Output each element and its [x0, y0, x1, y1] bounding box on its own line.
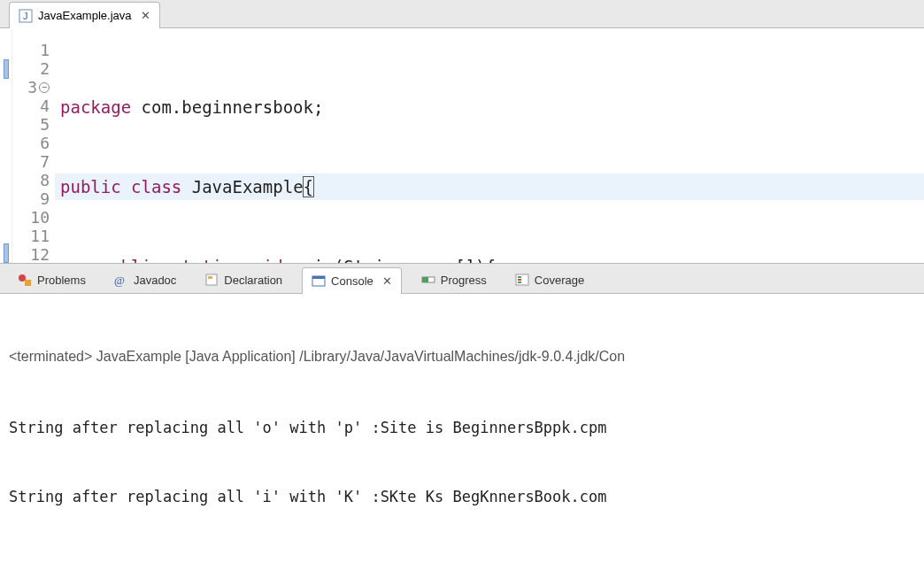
console-icon: [312, 274, 326, 289]
tab-label: Declaration: [224, 274, 282, 287]
caret-bracket: {: [304, 177, 313, 197]
svg-text:@: @: [114, 274, 125, 287]
java-file-icon: J: [19, 9, 33, 23]
tab-label: Console: [331, 274, 373, 288]
tab-label: Coverage: [535, 274, 584, 287]
tab-problems[interactable]: Problems: [9, 266, 95, 293]
code-line: public static void main(String args[]){: [55, 253, 924, 263]
line-number: 2: [40, 59, 50, 78]
code-text-area[interactable]: package com.beginnersbook; public class …: [55, 28, 924, 263]
file-tab-javaexample[interactable]: J JavaExample.java ✕: [9, 2, 160, 28]
occurrence-marker-icon: [4, 243, 9, 263]
file-tab-label: JavaExample.java: [38, 9, 132, 22]
code-line: package com.beginnersbook;: [55, 94, 924, 120]
tab-label: Javadoc: [134, 274, 176, 287]
tab-javadoc[interactable]: @ Javadoc: [105, 266, 185, 293]
code-line: public class JavaExample{: [55, 174, 924, 200]
console-output[interactable]: <terminated> JavaExample [Java Applicati…: [0, 294, 924, 563]
occurrence-marker-icon: [4, 59, 9, 79]
progress-icon: [421, 273, 435, 287]
tab-coverage[interactable]: Coverage: [506, 266, 593, 293]
line-number-gutter: 1 2 3− 4 5 6 7 8 9 10 11 12: [12, 28, 55, 263]
bottom-panel: Problems @ Javadoc Declaration Console ✕…: [0, 263, 924, 563]
line-number: 9: [40, 189, 50, 208]
bottom-tab-bar: Problems @ Javadoc Declaration Console ✕…: [0, 264, 924, 294]
tab-label: Progress: [441, 274, 487, 287]
line-number: 11: [30, 227, 50, 245]
problems-icon: [18, 273, 32, 287]
tab-console[interactable]: Console ✕: [302, 267, 402, 294]
svg-rect-12: [518, 276, 521, 278]
line-number: 7: [40, 152, 50, 171]
close-icon[interactable]: ✕: [141, 9, 150, 22]
line-number: 5: [40, 115, 50, 134]
coverage-icon: [515, 273, 529, 287]
line-number: 10: [30, 208, 50, 227]
close-icon[interactable]: ✕: [382, 274, 392, 288]
svg-point-2: [19, 274, 26, 282]
line-number: 1: [40, 41, 50, 59]
line-number: 4: [40, 96, 50, 115]
fold-toggle-icon[interactable]: −: [39, 82, 50, 93]
line-number: 12: [30, 245, 50, 263]
svg-rect-8: [312, 276, 325, 279]
line-number: 6: [40, 134, 50, 152]
svg-rect-5: [206, 274, 217, 285]
svg-rect-13: [518, 279, 521, 281]
console-process-label: <terminated> JavaExample [Java Applicati…: [9, 345, 915, 368]
svg-rect-10: [422, 277, 428, 282]
console-line: String after replacing all 'o' with 'p' …: [9, 416, 915, 439]
editor-tab-bar: J JavaExample.java ✕: [0, 0, 924, 28]
code-editor[interactable]: 1 2 3− 4 5 6 7 8 9 10 11 12 package com.…: [0, 28, 924, 263]
declaration-icon: [204, 273, 219, 287]
tab-declaration[interactable]: Declaration: [196, 266, 291, 293]
svg-rect-6: [208, 276, 212, 279]
svg-rect-14: [518, 282, 521, 283]
javadoc-icon: @: [114, 273, 128, 287]
console-line: String after replacing all 'i' with 'K' …: [9, 485, 915, 508]
tab-progress[interactable]: Progress: [412, 266, 496, 293]
svg-text:J: J: [23, 11, 28, 21]
line-number: 3: [27, 78, 37, 96]
marker-column: [0, 28, 12, 263]
tab-label: Problems: [37, 274, 86, 287]
svg-rect-3: [25, 280, 31, 286]
line-number: 8: [40, 171, 50, 189]
